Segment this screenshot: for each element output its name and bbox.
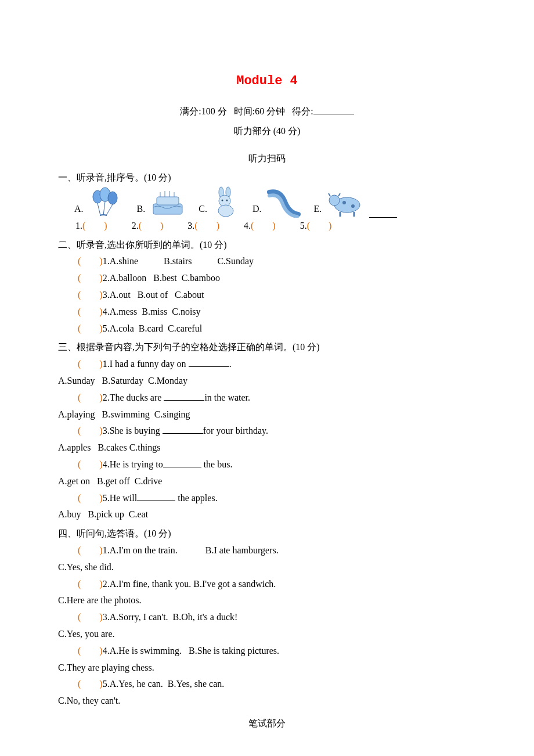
page-title: Module 4 xyxy=(58,70,476,93)
s2-q4-b: B.miss xyxy=(142,307,167,316)
seq-2-blank[interactable]: ( ) xyxy=(139,221,164,231)
image-e-underline xyxy=(369,208,397,218)
image-row: A. B. C. xyxy=(58,186,476,218)
s2-q3: ( )3.A.out B.out of C.about xyxy=(58,287,476,304)
slide-icon xyxy=(264,186,303,218)
s4-q4-num: 4. xyxy=(103,646,110,656)
s3-q1-opts: A.Sunday B.Saturday C.Monday xyxy=(58,373,476,390)
score-blank[interactable] xyxy=(313,105,354,114)
label-d: D. xyxy=(252,201,262,218)
s2-q5-blank[interactable]: ( ) xyxy=(78,323,103,333)
seq-5: 5. xyxy=(300,221,307,231)
s3-q1-num: 1. xyxy=(103,359,110,369)
section3-head: 三、根据录音内容,为下列句子的空格处选择正确的单词。(10 分) xyxy=(58,339,476,356)
time-limit: 时间:60 分钟 xyxy=(234,106,285,116)
s4-q2-c: C.Here are the photos. xyxy=(58,595,142,605)
label-e: E. xyxy=(313,201,322,218)
s4-q4-c: C.They are playing chess. xyxy=(58,663,154,672)
s3-q3-a: A.apples xyxy=(58,442,91,452)
s2-q3-blank[interactable]: ( ) xyxy=(78,290,103,300)
seq-1-blank[interactable]: ( ) xyxy=(82,221,107,231)
s3-q1-b: B.Saturday xyxy=(102,376,144,386)
s2-q4-num: 4. xyxy=(103,307,110,316)
s4-q5-b: B.Yes, she can. xyxy=(168,679,224,689)
s4-q1-blank[interactable]: ( ) xyxy=(78,545,103,555)
seq-4: 4. xyxy=(244,221,251,231)
section2-head: 二、听录音,选出你所听到的单词。(10 分) xyxy=(58,237,476,254)
s3-q3-fill[interactable] xyxy=(163,424,203,434)
s3-q3-post: for your birthday. xyxy=(203,426,268,435)
s2-q1-a: A.shine xyxy=(110,256,138,266)
s3-q1-a: A.Sunday xyxy=(58,376,95,386)
s4-q2: ( )2.A.I'm fine, thank you. B.I've got a… xyxy=(58,576,476,593)
s2-q5-num: 5. xyxy=(103,323,110,333)
s2-q3-a: A.out xyxy=(110,290,131,300)
s2-q2-b: B.best xyxy=(153,273,176,283)
image-item-e: E. xyxy=(313,186,397,218)
s3-q4-c: C.drive xyxy=(135,476,163,486)
s2-q4-blank[interactable]: ( ) xyxy=(78,307,103,316)
s3-q1-c: C.Monday xyxy=(148,376,187,386)
s2-q2-a: A.balloon xyxy=(110,273,147,283)
s4-q2-num: 2. xyxy=(103,579,110,589)
s3-q5-blank[interactable]: ( ) xyxy=(78,493,103,503)
s4-q1: ( )1.A.I'm on the train. B.I ate hamburg… xyxy=(58,542,476,559)
s2-q1-c: C.Sunday xyxy=(217,256,254,266)
s2-q2-num: 2. xyxy=(103,273,110,283)
s4-q3-blank[interactable]: ( ) xyxy=(78,612,103,622)
seq-5-blank[interactable]: ( ) xyxy=(307,221,332,231)
s3-q4-blank[interactable]: ( ) xyxy=(78,459,103,469)
s4-q1-b: B.I ate hamburgers. xyxy=(205,545,279,555)
s2-q3-c: C.about xyxy=(175,290,204,300)
s3-q2-blank[interactable]: ( ) xyxy=(78,393,103,402)
cow-icon xyxy=(324,186,366,218)
cake-icon xyxy=(147,186,188,218)
meta-line: 满分:100 分 时间:60 分钟 得分: xyxy=(58,103,476,120)
s4-q5-c-line: C.No, they can't. xyxy=(58,693,476,710)
s2-q1-blank[interactable]: ( ) xyxy=(78,256,103,266)
s3-q4-num: 4. xyxy=(103,459,110,469)
s4-q5-blank[interactable]: ( ) xyxy=(78,679,103,689)
s3-q2-fill[interactable] xyxy=(164,391,204,401)
full-score: 满分:100 分 xyxy=(180,106,226,116)
s4-q2-blank[interactable]: ( ) xyxy=(78,579,103,589)
s3-q3-num: 3. xyxy=(103,426,110,435)
s4-q3-num: 3. xyxy=(103,612,110,622)
s4-q3: ( )3.A.Sorry, I can't. B.Oh, it's a duck… xyxy=(58,609,476,626)
s2-q2-blank[interactable]: ( ) xyxy=(78,273,103,283)
s3-q2-c: C.singing xyxy=(154,409,190,419)
seq-4-blank[interactable]: ( ) xyxy=(251,221,276,231)
s4-q5: ( )5.A.Yes, he can. B.Yes, she can. xyxy=(58,676,476,693)
s3-q5-fill[interactable] xyxy=(137,492,175,501)
s3-q2: ( )2.The ducks are in the water. xyxy=(58,390,476,406)
svg-point-13 xyxy=(221,199,223,201)
s3-q1-blank[interactable]: ( ) xyxy=(78,359,103,369)
seq-3-blank[interactable]: ( ) xyxy=(194,221,219,231)
s3-q5-num: 5. xyxy=(103,493,110,503)
s3-q3-c: C.things xyxy=(129,442,161,452)
s4-q4-c-line: C.They are playing chess. xyxy=(58,660,476,676)
s2-q1-num: 1. xyxy=(103,256,110,266)
label-b: B. xyxy=(137,201,146,218)
s3-q1-post: . xyxy=(229,359,232,369)
svg-point-16 xyxy=(329,195,340,206)
label-c: C. xyxy=(199,201,207,218)
label-a: A. xyxy=(74,201,84,218)
s4-q4-blank[interactable]: ( ) xyxy=(78,646,103,656)
s3-q2-post: in the water. xyxy=(204,393,250,402)
s3-q4-fill[interactable] xyxy=(163,458,201,467)
scan-label: 听力扫码 xyxy=(58,150,476,167)
s3-q3: ( )3.She is buying for your birthday. xyxy=(58,423,476,440)
s3-q4-opts: A.get on B.get off C.drive xyxy=(58,473,476,490)
s3-q4-b: B.get off xyxy=(97,476,130,486)
s3-q5-c: C.eat xyxy=(129,509,148,519)
s3-q5-a: A.buy xyxy=(58,509,81,519)
s3-q3-blank[interactable]: ( ) xyxy=(78,426,103,435)
svg-rect-3 xyxy=(153,204,182,214)
s2-q2: ( )2.A.balloon B.best C.bamboo xyxy=(58,270,476,287)
s2-q5-b: B.card xyxy=(139,323,163,333)
s3-q1-fill[interactable] xyxy=(189,358,229,367)
s4-q2-a: A.I'm fine, thank you. xyxy=(110,579,192,589)
s3-q2-num: 2. xyxy=(103,393,110,402)
s3-q3-b: B.cakes xyxy=(98,442,127,452)
